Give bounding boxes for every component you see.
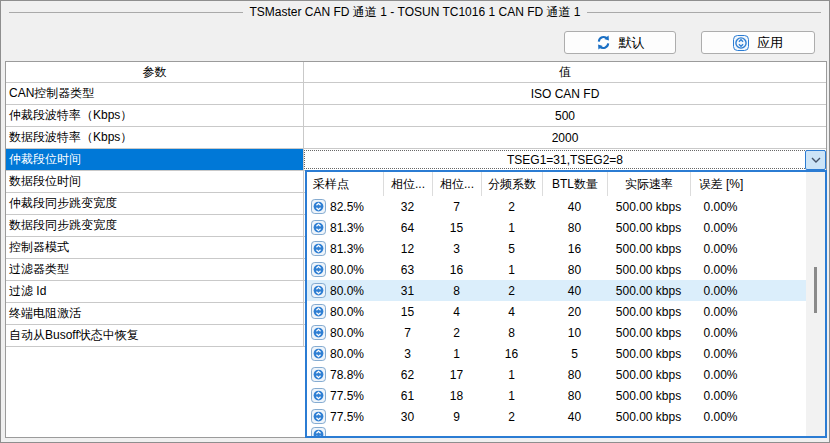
- btl-count-cell: 20: [542, 305, 607, 319]
- actual-rate-cell: 500.00 kbps: [607, 368, 690, 382]
- bit-timing-dropdown-panel: 采样点 相位... 相位... 分频系数 BTL数量 实际速率 误差 [%] 8…: [305, 170, 827, 438]
- param-name-cell[interactable]: 数据段同步跳变宽度: [6, 215, 303, 236]
- phase2-cell: 9: [432, 410, 481, 424]
- actual-rate-cell: 500.00 kbps: [607, 347, 690, 361]
- dropdown-list-item[interactable]: 77.5% 30 9 2 40 500.00 kbps 0.00%: [307, 406, 825, 427]
- title-rule-left: [9, 12, 243, 13]
- spinner-icon: [311, 262, 326, 277]
- phase2-cell: 7: [432, 200, 481, 214]
- error-cell: 0.00%: [690, 263, 751, 277]
- sample-point-cell: 77.5%: [307, 388, 383, 403]
- param-name-cell[interactable]: 控制器模式: [6, 237, 303, 258]
- param-value-cell[interactable]: TSEG1=31,TSEG2=8: [303, 149, 826, 170]
- refresh-icon: [596, 35, 611, 50]
- dropdown-column-header: 误差 [%]: [690, 172, 751, 196]
- btl-count-cell: 40: [542, 284, 607, 298]
- prescaler-cell: 16: [481, 347, 542, 361]
- table-row[interactable]: 仲裁段位时间 TSEG1=31,TSEG2=8: [6, 149, 826, 171]
- prescaler-cell: 2: [481, 284, 542, 298]
- actual-rate-cell: 500.00 kbps: [607, 326, 690, 340]
- table-row[interactable]: 仲裁段波特率（Kbps） 500: [6, 105, 826, 127]
- btl-count-cell: 80: [542, 221, 607, 235]
- dropdown-list-item[interactable]: 80.0% 7 2 8 10 500.00 kbps 0.00%: [307, 322, 825, 343]
- sample-point-cell: 78.8%: [307, 367, 383, 382]
- parameter-table-header: 参数 值: [6, 62, 826, 83]
- default-button-label: 默认: [619, 34, 645, 52]
- apply-button[interactable]: 应用: [701, 31, 815, 54]
- dropdown-row-partial[interactable]: [307, 427, 825, 438]
- param-name-cell[interactable]: 过滤器类型: [6, 259, 303, 280]
- btl-count-cell: 40: [542, 410, 607, 424]
- chevron-down-icon: [811, 157, 821, 163]
- phase2-cell: 1: [432, 347, 481, 361]
- param-name-cell[interactable]: 自动从Busoff状态中恢复: [6, 325, 303, 346]
- dropdown-list-item[interactable]: 80.0% 31 8 2 40 500.00 kbps 0.00%: [307, 280, 825, 301]
- error-cell: 0.00%: [690, 221, 751, 235]
- param-name-cell[interactable]: 数据段位时间: [6, 171, 303, 192]
- table-row[interactable]: 数据段波特率（Kbps） 2000: [6, 127, 826, 149]
- phase1-cell: 12: [383, 242, 432, 256]
- spinner-icon: [311, 346, 326, 361]
- combo-dropdown-button[interactable]: [805, 150, 826, 170]
- sample-point-value: 80.0%: [330, 347, 364, 361]
- btl-count-cell: 80: [542, 368, 607, 382]
- spinner-icon: [311, 367, 326, 382]
- param-value-cell[interactable]: ISO CAN FD: [303, 83, 826, 104]
- dropdown-list-item[interactable]: 80.0% 63 16 1 80 500.00 kbps 0.00%: [307, 259, 825, 280]
- sample-point-value: 80.0%: [330, 305, 364, 319]
- phase1-cell: 62: [383, 368, 432, 382]
- sample-point-cell: 77.5%: [307, 409, 383, 424]
- sample-point-cell: 81.3%: [307, 220, 383, 235]
- phase2-cell: 8: [432, 284, 481, 298]
- param-value-text: ISO CAN FD: [531, 87, 600, 101]
- prescaler-cell: 8: [481, 326, 542, 340]
- sample-point-value: 81.3%: [330, 242, 364, 256]
- dropdown-column-header: BTL数量: [542, 172, 607, 196]
- phase1-cell: 3: [383, 347, 432, 361]
- phase1-cell: 64: [383, 221, 432, 235]
- btl-count-cell: 80: [542, 389, 607, 403]
- dropdown-list-item[interactable]: 78.8% 62 17 1 80 500.00 kbps 0.00%: [307, 364, 825, 385]
- btl-count-cell: 5: [542, 347, 607, 361]
- param-name-cell[interactable]: 过滤 Id: [6, 281, 303, 302]
- btl-count-cell: 80: [542, 263, 607, 277]
- actual-rate-cell: 500.00 kbps: [607, 242, 690, 256]
- spinner-icon: [311, 427, 326, 438]
- sample-point-cell: 80.0%: [307, 304, 383, 319]
- dropdown-list-item[interactable]: 81.3% 12 3 5 16 500.00 kbps 0.00%: [307, 238, 825, 259]
- dropdown-list-item[interactable]: 80.0% 3 1 16 5 500.00 kbps 0.00%: [307, 343, 825, 364]
- dropdown-scrollbar-thumb[interactable]: [814, 267, 817, 313]
- prescaler-cell: 4: [481, 305, 542, 319]
- param-name-cell[interactable]: 仲裁段同步跳变宽度: [6, 193, 303, 214]
- prescaler-cell: 2: [481, 410, 542, 424]
- apply-spinner-icon: [733, 35, 749, 51]
- dropdown-scrollbar[interactable]: [806, 172, 825, 436]
- dropdown-list-item[interactable]: 82.5% 32 7 2 40 500.00 kbps 0.00%: [307, 196, 825, 217]
- dropdown-column-header: 分频系数: [481, 172, 542, 196]
- error-cell: 0.00%: [690, 347, 751, 361]
- prescaler-cell: 1: [481, 263, 542, 277]
- param-name-cell[interactable]: 仲裁段波特率（Kbps）: [6, 105, 303, 126]
- phase1-cell: 31: [383, 284, 432, 298]
- param-name-cell[interactable]: 终端电阻激活: [6, 303, 303, 324]
- sample-point-value: 77.5%: [330, 389, 364, 403]
- error-cell: 0.00%: [690, 368, 751, 382]
- error-cell: 0.00%: [690, 389, 751, 403]
- param-name-cell[interactable]: 数据段波特率（Kbps）: [6, 127, 303, 148]
- spinner-icon: [311, 304, 326, 319]
- param-value-cell[interactable]: 2000: [303, 127, 826, 148]
- dropdown-list-item[interactable]: 77.5% 61 18 1 80 500.00 kbps 0.00%: [307, 385, 825, 406]
- param-name-cell[interactable]: 仲裁段位时间: [6, 149, 303, 170]
- default-button[interactable]: 默认: [564, 31, 676, 54]
- param-value-cell[interactable]: 500: [303, 105, 826, 126]
- btl-count-cell: 10: [542, 326, 607, 340]
- btl-count-cell: 16: [542, 242, 607, 256]
- table-row[interactable]: CAN控制器类型 ISO CAN FD: [6, 83, 826, 105]
- dropdown-list-item[interactable]: 80.0% 15 4 4 20 500.00 kbps 0.00%: [307, 301, 825, 322]
- actual-rate-cell: 500.00 kbps: [607, 200, 690, 214]
- group-box-title: TSMaster CAN FD 通道 1 - TOSUN TC1016 1 CA…: [9, 4, 821, 21]
- prescaler-cell: 1: [481, 389, 542, 403]
- canfd-channel-settings-window: { "window": { "title": "TSMaster CAN FD …: [0, 0, 830, 443]
- dropdown-list-item[interactable]: 81.3% 64 15 1 80 500.00 kbps 0.00%: [307, 217, 825, 238]
- param-name-cell[interactable]: CAN控制器类型: [6, 83, 303, 104]
